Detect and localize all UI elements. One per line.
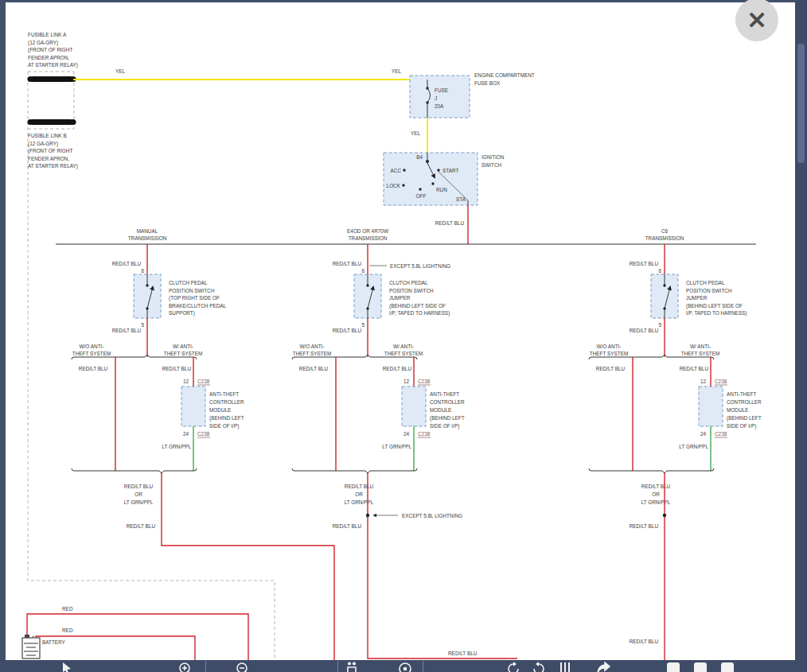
wiring-diagram-canvas: FUSIBLE LINK A (12 GA-GRY) (FRONT OF RIG…: [0, 0, 807, 672]
component-label: (TOP RIGHT SIDE OF: [169, 295, 220, 301]
close-button[interactable]: ✕: [735, 0, 778, 41]
wire-label: RED/LT BLU: [333, 328, 362, 333]
wire-label: YEL: [411, 130, 421, 136]
branch-header: TRANSMISSION: [128, 235, 167, 241]
toolbar-separator: [205, 661, 206, 672]
component-label: MODULE: [209, 407, 231, 413]
pages-icon[interactable]: [559, 662, 571, 672]
wire-label: RED/LT BLU: [127, 523, 156, 529]
option-label: THEFT SYSTEM: [590, 351, 629, 356]
battery-label: BATTERY: [42, 639, 66, 645]
notes-icon[interactable]: [345, 662, 358, 672]
component-label: I/P, TAPED TO HARNESS): [389, 310, 450, 317]
option-label: THEFT SYSTEM: [72, 351, 111, 356]
connector-label: C238: [418, 379, 431, 384]
note-label: EXCEPT 5.8L LIGHTNING: [402, 513, 462, 519]
toolbar-separator: [423, 661, 423, 672]
pin-label: 5: [141, 322, 144, 328]
fusible-a-label: AT STARTER RELAY): [28, 62, 78, 68]
close-icon: ✕: [747, 6, 766, 34]
fuse-label: J: [435, 95, 437, 101]
connector-label: C238: [715, 431, 727, 437]
ignition-position: RUN: [436, 187, 447, 192]
ignition-position: OFF: [416, 193, 427, 199]
pin-label: 6: [141, 268, 144, 274]
component-label: ANTI-THEFT: [727, 391, 756, 397]
pin-label: 6: [658, 268, 661, 274]
branch-header: TRANSMISSION: [645, 235, 684, 241]
zoom-in-icon[interactable]: [178, 662, 193, 672]
wire-label: RED/LT BLU: [383, 366, 412, 371]
connector-label: C238: [418, 431, 431, 437]
component-label: POSITION SWITCH: [169, 288, 215, 293]
wire-label: LT GRN/PPL: [124, 499, 154, 505]
ignition-position: START: [442, 168, 458, 173]
fusible-b-label: (FRONT OF RIGHT: [28, 148, 72, 154]
option-label: W/O ANTI-: [80, 344, 104, 349]
wire-label: LT GRN/PPL: [641, 499, 671, 505]
wire-label: RED/LT BLU: [435, 220, 465, 226]
component-label: (BEHIND LEFT: [430, 415, 465, 421]
wire-label: OR: [134, 491, 142, 497]
undo-icon[interactable]: [506, 662, 520, 672]
wire-label: RED/LT BLU: [162, 366, 192, 371]
component-label: MODULE: [430, 407, 451, 413]
component-label: ANTI-THEFT: [430, 391, 459, 397]
component-label: SUPPORT): [169, 310, 195, 317]
fusible-a-label: FUSIBLE LINK A: [28, 32, 67, 37]
component-label: POSITION SWITCH: [686, 288, 732, 293]
scrollbar-thumb[interactable]: [797, 44, 805, 163]
pin-label: 6: [361, 268, 365, 274]
option-label: W/ ANTI-: [393, 344, 414, 349]
wire-label: RED/LT BLU: [630, 639, 659, 644]
share-icon[interactable]: [597, 662, 611, 672]
ignition-position: LOCK: [387, 183, 401, 188]
option-label: THEFT SYSTEM: [293, 351, 332, 356]
fusible-b-label: FENDER APRON,: [28, 156, 69, 161]
component-label: CLUTCH PEDAL: [686, 280, 725, 286]
wire-label: LT GRN/PPL: [679, 444, 708, 449]
pin-label: 24: [700, 431, 707, 437]
option-label: THEFT SYSTEM: [164, 351, 203, 356]
component-label: CLUTCH PEDAL: [169, 280, 208, 286]
component-label: (BEHIND LEFT: [209, 415, 244, 421]
component-label: JUMPER: [686, 295, 708, 301]
component-label: SIDE OF I/P): [430, 423, 459, 429]
component-label: JUMPER: [389, 295, 411, 301]
option-label: W/O ANTI-: [597, 344, 622, 349]
wire-label: RED/LT BLU: [112, 328, 142, 333]
option-label: W/ ANTI-: [690, 344, 711, 349]
component-label: POSITON SWITCH: [389, 288, 434, 293]
toolbar-button-3[interactable]: [721, 662, 734, 672]
svg-text:+: +: [32, 634, 34, 639]
cursor-icon[interactable]: [62, 662, 72, 672]
fusible-b-label: (12 GA-GRY): [28, 141, 58, 147]
wire-label: RED/LT BLU: [630, 523, 659, 529]
ignition-title: IGNITION: [481, 154, 505, 160]
toolbar-separator: [337, 661, 338, 672]
wire-label: RED: [62, 606, 73, 612]
component-label: MODULE: [727, 407, 748, 413]
wire-label: RED: [62, 627, 73, 633]
pin-label: 5: [361, 322, 365, 328]
connector-label: B4: [416, 154, 423, 160]
wire-label: RED/LT BLU: [112, 261, 142, 266]
ignition-position: ACC: [391, 168, 402, 173]
component-label: CONTROLLER: [727, 399, 762, 405]
redo-icon[interactable]: [532, 662, 546, 672]
wire-label: LT GRN/PPL: [382, 444, 411, 449]
fuse-box-title: ENGINE COMPARTMENT: [474, 72, 535, 78]
zoom-out-icon[interactable]: [236, 662, 250, 672]
toolbar-button-2[interactable]: [694, 662, 707, 672]
pin-label: 5: [658, 322, 661, 328]
comment-icon[interactable]: [398, 662, 412, 672]
vertical-scrollbar[interactable]: [795, 0, 807, 672]
component-label: CONTROLLER: [430, 399, 465, 405]
wire-label: LT GRN/PPL: [162, 444, 191, 449]
fusible-a-label: FENDER APRON,: [28, 55, 69, 60]
toolbar-button-1[interactable]: [667, 662, 680, 672]
wire-label: RED/LT BLU: [448, 651, 478, 656]
connector-label: C238: [197, 431, 210, 437]
fuse-label: FUSE: [435, 87, 448, 93]
fuse-label: 20A: [435, 103, 444, 109]
